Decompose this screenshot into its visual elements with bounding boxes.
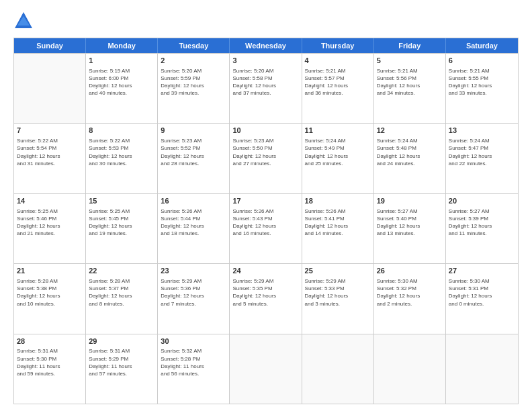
day-number: 15 bbox=[89, 196, 154, 206]
calendar-cell: 9Sunrise: 5:23 AM Sunset: 5:52 PM Daylig… bbox=[158, 124, 230, 193]
calendar-row-4: 21Sunrise: 5:28 AM Sunset: 5:38 PM Dayli… bbox=[14, 263, 518, 333]
header-day-wednesday: Wednesday bbox=[230, 38, 302, 53]
cell-info: Sunrise: 5:22 AM Sunset: 5:54 PM Dayligh… bbox=[17, 137, 83, 167]
calendar-cell: 6Sunrise: 5:21 AM Sunset: 5:55 PM Daylig… bbox=[446, 54, 518, 123]
logo-icon bbox=[13, 11, 34, 31]
day-number: 4 bbox=[305, 56, 371, 66]
day-number: 2 bbox=[161, 56, 226, 66]
header bbox=[13, 11, 519, 31]
cell-info: Sunrise: 5:22 AM Sunset: 5:53 PM Dayligh… bbox=[89, 137, 154, 167]
calendar-cell: 14Sunrise: 5:25 AM Sunset: 5:46 PM Dayli… bbox=[14, 194, 86, 263]
cell-info: Sunrise: 5:24 AM Sunset: 5:48 PM Dayligh… bbox=[377, 137, 443, 167]
day-number: 24 bbox=[232, 266, 298, 276]
calendar-cell: 24Sunrise: 5:29 AM Sunset: 5:35 PM Dayli… bbox=[230, 264, 302, 333]
calendar-cell bbox=[446, 334, 518, 404]
cell-info: Sunrise: 5:31 AM Sunset: 5:29 PM Dayligh… bbox=[89, 347, 154, 377]
calendar-cell: 7Sunrise: 5:22 AM Sunset: 5:54 PM Daylig… bbox=[14, 124, 86, 193]
day-number: 28 bbox=[17, 336, 83, 347]
cell-info: Sunrise: 5:24 AM Sunset: 5:49 PM Dayligh… bbox=[305, 137, 371, 167]
calendar-cell: 18Sunrise: 5:26 AM Sunset: 5:41 PM Dayli… bbox=[302, 194, 374, 263]
calendar-cell: 22Sunrise: 5:28 AM Sunset: 5:37 PM Dayli… bbox=[86, 264, 158, 333]
calendar-cell: 5Sunrise: 5:21 AM Sunset: 5:56 PM Daylig… bbox=[374, 54, 446, 123]
cell-info: Sunrise: 5:32 AM Sunset: 5:28 PM Dayligh… bbox=[161, 347, 226, 377]
day-number: 14 bbox=[17, 196, 83, 206]
day-number: 13 bbox=[449, 126, 515, 136]
day-number: 23 bbox=[161, 266, 226, 276]
cell-info: Sunrise: 5:27 AM Sunset: 5:40 PM Dayligh… bbox=[377, 208, 443, 238]
day-number: 6 bbox=[449, 56, 515, 66]
calendar-cell: 8Sunrise: 5:22 AM Sunset: 5:53 PM Daylig… bbox=[86, 124, 158, 193]
day-number: 17 bbox=[232, 196, 298, 206]
calendar-cell bbox=[14, 54, 86, 123]
cell-info: Sunrise: 5:30 AM Sunset: 5:32 PM Dayligh… bbox=[377, 277, 443, 308]
calendar-cell: 28Sunrise: 5:31 AM Sunset: 5:30 PM Dayli… bbox=[14, 334, 86, 404]
calendar-row-3: 14Sunrise: 5:25 AM Sunset: 5:46 PM Dayli… bbox=[14, 193, 518, 263]
calendar-cell bbox=[302, 334, 374, 404]
cell-info: Sunrise: 5:29 AM Sunset: 5:33 PM Dayligh… bbox=[305, 277, 371, 308]
day-number: 30 bbox=[161, 336, 226, 347]
cell-info: Sunrise: 5:21 AM Sunset: 5:55 PM Dayligh… bbox=[449, 67, 515, 97]
calendar-cell: 12Sunrise: 5:24 AM Sunset: 5:48 PM Dayli… bbox=[374, 124, 446, 193]
header-day-monday: Monday bbox=[86, 38, 158, 53]
calendar-body: 1Sunrise: 5:19 AM Sunset: 6:00 PM Daylig… bbox=[14, 53, 518, 404]
header-day-saturday: Saturday bbox=[446, 38, 518, 53]
day-number: 21 bbox=[17, 266, 83, 276]
calendar-cell bbox=[374, 334, 446, 404]
day-number: 10 bbox=[232, 126, 298, 136]
cell-info: Sunrise: 5:26 AM Sunset: 5:43 PM Dayligh… bbox=[232, 208, 298, 238]
calendar-cell: 4Sunrise: 5:21 AM Sunset: 5:57 PM Daylig… bbox=[302, 54, 374, 123]
day-number: 9 bbox=[161, 126, 226, 136]
calendar-cell: 29Sunrise: 5:31 AM Sunset: 5:29 PM Dayli… bbox=[86, 334, 158, 404]
day-number: 1 bbox=[89, 56, 154, 66]
calendar: SundayMondayTuesdayWednesdayThursdayFrid… bbox=[13, 38, 519, 404]
cell-info: Sunrise: 5:21 AM Sunset: 5:56 PM Dayligh… bbox=[377, 67, 443, 97]
calendar-cell: 23Sunrise: 5:29 AM Sunset: 5:36 PM Dayli… bbox=[158, 264, 230, 333]
day-number: 27 bbox=[449, 266, 515, 276]
cell-info: Sunrise: 5:28 AM Sunset: 5:37 PM Dayligh… bbox=[89, 277, 154, 308]
cell-info: Sunrise: 5:30 AM Sunset: 5:31 PM Dayligh… bbox=[449, 277, 515, 308]
day-number: 16 bbox=[161, 196, 226, 206]
calendar-cell: 26Sunrise: 5:30 AM Sunset: 5:32 PM Dayli… bbox=[374, 264, 446, 333]
calendar-cell: 15Sunrise: 5:25 AM Sunset: 5:45 PM Dayli… bbox=[86, 194, 158, 263]
calendar-cell: 2Sunrise: 5:20 AM Sunset: 5:59 PM Daylig… bbox=[158, 54, 230, 123]
day-number: 18 bbox=[305, 196, 371, 206]
calendar-cell: 27Sunrise: 5:30 AM Sunset: 5:31 PM Dayli… bbox=[446, 264, 518, 333]
day-number: 7 bbox=[17, 126, 83, 136]
calendar-cell: 30Sunrise: 5:32 AM Sunset: 5:28 PM Dayli… bbox=[158, 334, 230, 404]
calendar-row-5: 28Sunrise: 5:31 AM Sunset: 5:30 PM Dayli… bbox=[14, 334, 518, 404]
calendar-row-1: 1Sunrise: 5:19 AM Sunset: 6:00 PM Daylig… bbox=[14, 53, 518, 123]
calendar-cell: 13Sunrise: 5:24 AM Sunset: 5:47 PM Dayli… bbox=[446, 124, 518, 193]
calendar-cell: 21Sunrise: 5:28 AM Sunset: 5:38 PM Dayli… bbox=[14, 264, 86, 333]
cell-info: Sunrise: 5:28 AM Sunset: 5:38 PM Dayligh… bbox=[17, 277, 83, 308]
day-number: 26 bbox=[377, 266, 443, 276]
calendar-cell: 11Sunrise: 5:24 AM Sunset: 5:49 PM Dayli… bbox=[302, 124, 374, 193]
day-number: 29 bbox=[89, 336, 154, 347]
day-number: 20 bbox=[449, 196, 515, 206]
calendar-cell: 10Sunrise: 5:23 AM Sunset: 5:50 PM Dayli… bbox=[230, 124, 302, 193]
cell-info: Sunrise: 5:27 AM Sunset: 5:39 PM Dayligh… bbox=[449, 208, 515, 238]
day-number: 25 bbox=[305, 266, 371, 276]
calendar-row-2: 7Sunrise: 5:22 AM Sunset: 5:54 PM Daylig… bbox=[14, 123, 518, 193]
cell-info: Sunrise: 5:20 AM Sunset: 5:58 PM Dayligh… bbox=[232, 67, 298, 97]
cell-info: Sunrise: 5:29 AM Sunset: 5:36 PM Dayligh… bbox=[161, 277, 226, 308]
calendar-cell: 19Sunrise: 5:27 AM Sunset: 5:40 PM Dayli… bbox=[374, 194, 446, 263]
cell-info: Sunrise: 5:26 AM Sunset: 5:41 PM Dayligh… bbox=[305, 208, 371, 238]
cell-info: Sunrise: 5:25 AM Sunset: 5:46 PM Dayligh… bbox=[17, 208, 83, 238]
cell-info: Sunrise: 5:19 AM Sunset: 6:00 PM Dayligh… bbox=[89, 67, 154, 97]
header-day-thursday: Thursday bbox=[302, 38, 374, 53]
header-day-tuesday: Tuesday bbox=[158, 38, 230, 53]
cell-info: Sunrise: 5:23 AM Sunset: 5:52 PM Dayligh… bbox=[161, 137, 226, 167]
calendar-cell: 1Sunrise: 5:19 AM Sunset: 6:00 PM Daylig… bbox=[86, 54, 158, 123]
calendar-cell: 20Sunrise: 5:27 AM Sunset: 5:39 PM Dayli… bbox=[446, 194, 518, 263]
cell-info: Sunrise: 5:29 AM Sunset: 5:35 PM Dayligh… bbox=[232, 277, 298, 308]
day-number: 19 bbox=[377, 196, 443, 206]
cell-info: Sunrise: 5:21 AM Sunset: 5:57 PM Dayligh… bbox=[305, 67, 371, 97]
header-day-sunday: Sunday bbox=[14, 38, 86, 53]
day-number: 5 bbox=[377, 56, 443, 66]
day-number: 12 bbox=[377, 126, 443, 136]
calendar-cell: 17Sunrise: 5:26 AM Sunset: 5:43 PM Dayli… bbox=[230, 194, 302, 263]
cell-info: Sunrise: 5:25 AM Sunset: 5:45 PM Dayligh… bbox=[89, 208, 154, 238]
calendar-cell bbox=[230, 334, 302, 404]
cell-info: Sunrise: 5:20 AM Sunset: 5:59 PM Dayligh… bbox=[161, 67, 226, 97]
day-number: 22 bbox=[89, 266, 154, 276]
